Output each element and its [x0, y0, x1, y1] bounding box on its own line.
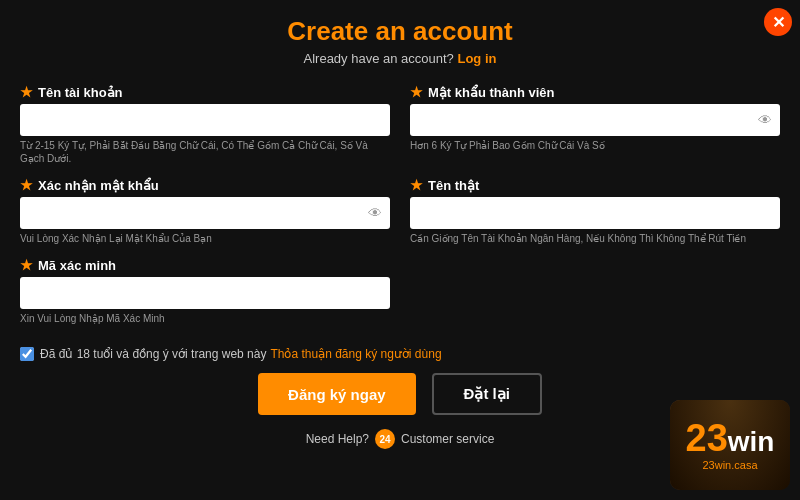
confirm-password-label-text: Xác nhận mật khẩu	[38, 178, 159, 193]
real-name-input-wrapper	[410, 197, 780, 229]
logo-number: 23	[686, 417, 728, 459]
confirm-password-eye-icon[interactable]: 👁	[368, 205, 382, 221]
checkbox-row: Đã đủ 18 tuổi và đồng ý với trang web nà…	[20, 347, 780, 361]
confirm-password-input[interactable]	[20, 197, 390, 229]
password-eye-icon[interactable]: 👁	[758, 112, 772, 128]
verification-input-wrapper	[20, 277, 390, 309]
need-help-text: Need Help?	[306, 432, 369, 446]
confirm-password-group: ★ Xác nhận mật khẩu 👁 Vui Lòng Xác Nhận …	[20, 177, 390, 245]
confirm-password-label: ★ Xác nhận mật khẩu	[20, 177, 390, 193]
verification-input[interactable]	[20, 277, 390, 309]
form-area: ★ Tên tài khoản Từ 2-15 Ký Tự, Phải Bắt …	[0, 84, 800, 449]
password-hint: Hơn 6 Ký Tự Phải Bao Gồm Chữ Cái Và Số	[410, 139, 780, 152]
button-row: Đăng ký ngay Đặt lại	[20, 373, 780, 415]
confirm-password-hint: Vui Lòng Xác Nhận Lại Mật Khẩu Của Bạn	[20, 232, 390, 245]
password-star: ★	[410, 84, 423, 100]
password-input-wrapper: 👁	[410, 104, 780, 136]
logo-box: 23win 23win.casa	[670, 400, 790, 490]
checkbox-label: Đã đủ 18 tuổi và đồng ý với trang web nà…	[40, 347, 266, 361]
password-input[interactable]	[410, 104, 780, 136]
page-wrapper: ✕ Create an account Already have an acco…	[0, 0, 800, 500]
username-input[interactable]	[20, 104, 390, 136]
password-label-text: Mật khẩu thành viên	[428, 85, 555, 100]
password-group: ★ Mật khẩu thành viên 👁 Hơn 6 Ký Tự Phải…	[410, 84, 780, 165]
username-label: ★ Tên tài khoản	[20, 84, 390, 100]
password-label: ★ Mật khẩu thành viên	[410, 84, 780, 100]
terms-link[interactable]: Thỏa thuận đăng ký người dùng	[270, 347, 441, 361]
close-button[interactable]: ✕	[764, 8, 792, 36]
username-label-text: Tên tài khoản	[38, 85, 123, 100]
username-hint: Từ 2-15 Ký Tự, Phải Bắt Đầu Bằng Chữ Cái…	[20, 139, 390, 165]
confirm-password-input-wrapper: 👁	[20, 197, 390, 229]
verification-group: ★ Mã xác minh Xin Vui Lòng Nhập Mã Xác M…	[20, 257, 390, 325]
verification-hint: Xin Vui Lòng Nhập Mã Xác Minh	[20, 312, 390, 325]
verification-label: ★ Mã xác minh	[20, 257, 390, 273]
form-grid: ★ Tên tài khoản Từ 2-15 Ký Tự, Phải Bắt …	[20, 84, 780, 257]
logo-content: 23win 23win.casa	[686, 419, 775, 471]
real-name-star: ★	[410, 177, 423, 193]
username-input-wrapper	[20, 104, 390, 136]
logo-display: 23win	[686, 419, 775, 457]
verification-label-text: Mã xác minh	[38, 258, 116, 273]
login-link[interactable]: Log in	[457, 51, 496, 66]
age-checkbox[interactable]	[20, 347, 34, 361]
subtitle: Already have an account? Log in	[0, 51, 800, 66]
real-name-group: ★ Tên thật Cần Giống Tên Tài Khoản Ngân …	[410, 177, 780, 245]
logo-win: win	[728, 426, 775, 457]
username-group: ★ Tên tài khoản Từ 2-15 Ký Tự, Phải Bắt …	[20, 84, 390, 165]
logo-domain: 23win.casa	[686, 459, 775, 471]
confirm-password-star: ★	[20, 177, 33, 193]
real-name-label: ★ Tên thật	[410, 177, 780, 193]
real-name-label-text: Tên thật	[428, 178, 479, 193]
verification-star: ★	[20, 257, 33, 273]
page-title: Create an account	[0, 0, 800, 47]
register-button[interactable]: Đăng ký ngay	[258, 373, 416, 415]
username-star: ★	[20, 84, 33, 100]
real-name-input[interactable]	[410, 197, 780, 229]
subtitle-text: Already have an account?	[304, 51, 454, 66]
real-name-hint: Cần Giống Tên Tài Khoản Ngân Hàng, Nếu K…	[410, 232, 780, 245]
help-row: Need Help? 24 Customer service	[20, 429, 780, 449]
reset-button[interactable]: Đặt lại	[432, 373, 542, 415]
customer-service-icon: 24	[375, 429, 395, 449]
customer-service-text: Customer service	[401, 432, 494, 446]
